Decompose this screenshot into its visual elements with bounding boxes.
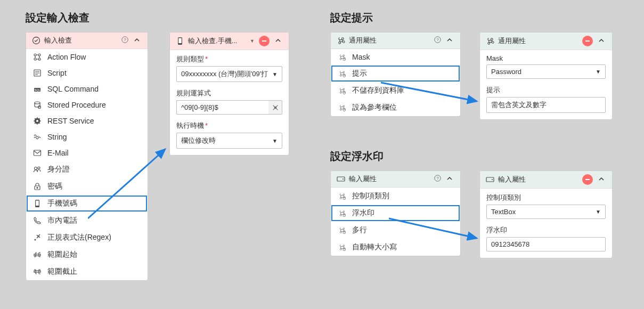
item-icon bbox=[32, 165, 42, 174]
input-check-item[interactable]: 身分證 bbox=[26, 161, 148, 178]
svg-text:?: ? bbox=[124, 37, 126, 42]
item-label: 提示 bbox=[352, 69, 367, 78]
control-type-select[interactable]: TextBox▼ bbox=[486, 205, 606, 219]
svg-point-21 bbox=[35, 239, 36, 241]
input-prop-item[interactable]: 自動轉大小寫 bbox=[331, 239, 460, 256]
common-prop-item[interactable]: 設為參考欄位 bbox=[331, 99, 460, 116]
command-icon bbox=[485, 37, 495, 45]
item-label: 手機號碼 bbox=[47, 199, 77, 208]
svg-point-41 bbox=[343, 248, 345, 250]
hint-input[interactable]: 需包含英文及數字 bbox=[486, 97, 606, 113]
input-check-item[interactable]: 密碼 bbox=[26, 178, 148, 195]
help-icon[interactable]: ? bbox=[121, 36, 128, 45]
item-label: 設為參考欄位 bbox=[352, 103, 397, 112]
mask-label: Mask bbox=[486, 54, 606, 62]
control-type-label: 控制項類別 bbox=[486, 193, 606, 202]
item-label: 範圍起始 bbox=[47, 250, 77, 259]
svg-point-5 bbox=[34, 58, 36, 60]
panel-header-common-props-detail[interactable]: 通用屬性 bbox=[480, 32, 612, 50]
svg-point-38 bbox=[343, 197, 345, 199]
expr-tool-button[interactable] bbox=[268, 100, 282, 115]
input-check-item[interactable]: 手機號碼 bbox=[26, 195, 148, 212]
hint-label: 提示 bbox=[486, 85, 606, 95]
check-circle-icon bbox=[31, 36, 41, 45]
panel-header-rule[interactable]: 輸入檢查.手機... ▼ bbox=[170, 32, 289, 50]
item-icon: SQL bbox=[32, 85, 42, 93]
input-check-item[interactable]: Action Flow bbox=[26, 49, 148, 65]
item-icon bbox=[32, 149, 42, 157]
input-check-item[interactable]: Stored Procedure bbox=[26, 97, 148, 113]
item-icon bbox=[337, 243, 347, 251]
dropdown-icon[interactable]: ▼ bbox=[249, 38, 256, 44]
item-label: Script bbox=[47, 69, 67, 77]
panel-header-input-props-detail[interactable]: 輸入屬性 bbox=[480, 171, 612, 189]
input-check-item[interactable]: 範圍起始 bbox=[26, 246, 148, 263]
rule-expr-input[interactable]: ^09[0-9]{8}$ bbox=[176, 100, 268, 115]
svg-point-40 bbox=[343, 231, 345, 233]
input-check-item[interactable]: 正規表式法(Regex) bbox=[26, 229, 148, 246]
panel-title: 輸入檢查 bbox=[44, 36, 118, 45]
input-check-item[interactable]: Script bbox=[26, 65, 148, 81]
input-check-item[interactable]: 範圍截止 bbox=[26, 263, 148, 280]
common-prop-item[interactable]: 不儲存到資料庫 bbox=[331, 82, 460, 99]
exec-timing-select[interactable]: 欄位修改時▼ bbox=[176, 133, 282, 149]
collapse-caret-icon[interactable] bbox=[596, 37, 607, 45]
section-title-watermark: 設定浮水印 bbox=[330, 149, 384, 164]
collapse-caret-icon[interactable] bbox=[273, 37, 283, 45]
item-icon bbox=[32, 233, 42, 242]
input-prop-item[interactable]: 控制項類別 bbox=[331, 188, 460, 205]
input-check-item[interactable]: SQLSQL Command bbox=[26, 81, 148, 97]
input-check-item[interactable]: String bbox=[26, 129, 148, 145]
section-title-hint: 設定提示 bbox=[330, 11, 373, 25]
mask-select[interactable]: Password▼ bbox=[486, 64, 606, 79]
remove-button[interactable] bbox=[582, 36, 593, 46]
item-icon bbox=[337, 192, 347, 200]
watermark-input[interactable]: 0912345678 bbox=[486, 237, 606, 251]
svg-point-30 bbox=[343, 58, 345, 60]
section-title-input-check: 設定輸入檢查 bbox=[26, 11, 89, 25]
remove-button[interactable] bbox=[582, 174, 593, 185]
panel-title: 輸入屬性 bbox=[498, 175, 579, 184]
panel-header-common-props[interactable]: 通用屬性 ? bbox=[331, 32, 460, 49]
common-prop-item[interactable]: 提示 bbox=[331, 65, 460, 82]
item-label: Stored Procedure bbox=[47, 101, 106, 109]
item-icon bbox=[32, 216, 42, 225]
exec-timing-label: 執行時機* bbox=[176, 121, 282, 131]
svg-text:?: ? bbox=[436, 37, 439, 42]
input-check-item[interactable]: 市內電話 bbox=[26, 212, 148, 229]
svg-point-32 bbox=[343, 91, 345, 94]
input-prop-item[interactable]: 浮水印 bbox=[331, 205, 460, 222]
collapse-caret-icon[interactable] bbox=[444, 175, 455, 183]
input-check-item[interactable]: REST Service bbox=[26, 113, 148, 129]
svg-rect-20 bbox=[36, 201, 39, 206]
item-label: Action Flow bbox=[47, 53, 86, 61]
item-icon bbox=[337, 103, 347, 112]
phone-icon bbox=[175, 37, 185, 45]
panel-header-input-props[interactable]: 輸入屬性 ? bbox=[331, 171, 460, 188]
input-check-item[interactable]: E-Mail bbox=[26, 145, 148, 161]
item-label: SQL Command bbox=[47, 85, 99, 93]
help-icon[interactable]: ? bbox=[434, 36, 441, 45]
panel-header-input-check[interactable]: 輸入檢查 ? bbox=[26, 32, 148, 49]
collapse-caret-icon[interactable] bbox=[596, 176, 607, 184]
item-icon bbox=[32, 53, 42, 61]
item-label: 多行 bbox=[352, 225, 367, 235]
item-label: REST Service bbox=[47, 117, 94, 125]
svg-point-39 bbox=[343, 214, 345, 216]
item-icon bbox=[337, 69, 347, 78]
svg-text:?: ? bbox=[436, 176, 439, 181]
svg-point-10 bbox=[35, 102, 40, 104]
svg-point-33 bbox=[343, 108, 345, 111]
help-icon[interactable]: ? bbox=[434, 175, 441, 183]
item-label: 範圍截止 bbox=[47, 267, 77, 277]
item-icon bbox=[32, 199, 42, 208]
collapse-caret-icon[interactable] bbox=[132, 37, 142, 45]
remove-button[interactable] bbox=[259, 36, 270, 46]
item-icon bbox=[32, 69, 42, 77]
input-prop-item[interactable]: 多行 bbox=[331, 222, 460, 239]
rule-type-select[interactable]: 09xxxxxxxx (台灣)開頭'09'打▼ bbox=[176, 66, 282, 82]
input-check-list: Action FlowScriptSQLSQL CommandStored Pr… bbox=[26, 49, 148, 280]
common-prop-item[interactable]: Mask bbox=[331, 49, 460, 65]
item-icon bbox=[32, 101, 42, 109]
collapse-caret-icon[interactable] bbox=[444, 37, 455, 45]
